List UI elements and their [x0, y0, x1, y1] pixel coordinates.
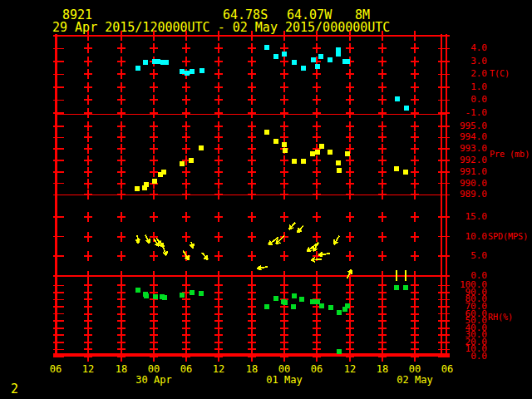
pressure-point — [264, 130, 269, 135]
y-tick-label: 5.0 — [446, 251, 487, 260]
relative_humidity-point — [144, 293, 149, 298]
pressure-point — [135, 186, 140, 191]
wind-arrow-head — [307, 250, 311, 251]
y-tick-label: 10.0 — [446, 232, 487, 241]
relative_humidity-point — [190, 290, 195, 295]
wind-arrow-head — [268, 244, 273, 245]
temperature-point — [292, 60, 297, 65]
x-tick-label: 06 — [435, 364, 460, 374]
x-tick-label: 00 — [272, 364, 297, 374]
wind-arrow-head — [258, 268, 262, 270]
temperature-point — [185, 71, 190, 76]
temperature-point — [273, 54, 278, 59]
relative_humidity-point — [162, 295, 167, 300]
y-tick-label: 0.0 — [446, 95, 487, 104]
temperature-point — [180, 69, 185, 74]
x-tick-label: 18 — [239, 364, 264, 374]
pressure-point — [394, 166, 399, 171]
temperature-point — [264, 45, 269, 50]
relative_humidity-point — [345, 303, 350, 308]
y-axis-unit-label: RH(%) — [488, 313, 513, 322]
temperature-point — [282, 52, 287, 57]
relative_humidity-point — [328, 305, 333, 310]
temperature-point — [200, 68, 204, 73]
relative_humidity-point — [264, 304, 269, 309]
y-tick-label: 995.0 — [446, 121, 487, 131]
y-tick-label: 992.0 — [446, 155, 487, 165]
pressure-point — [152, 179, 157, 184]
pressure-point — [315, 150, 320, 155]
pressure-point — [282, 142, 287, 147]
pressure-point — [144, 182, 149, 187]
wind-arrow-head — [207, 255, 208, 259]
pressure-point — [403, 170, 408, 175]
pressure-point — [292, 159, 297, 164]
temperature-point — [164, 60, 169, 65]
relative_humidity-point — [291, 304, 296, 309]
pressure-point — [301, 159, 306, 164]
y-tick-label: 1.0 — [446, 82, 487, 91]
pressure-point — [319, 144, 324, 149]
relative_humidity-point — [337, 310, 342, 315]
pressure-point — [283, 148, 288, 153]
y-tick-label: 4.0 — [446, 43, 487, 52]
y-tick-label: 993.0 — [446, 144, 487, 153]
relative_humidity-point — [337, 349, 342, 354]
pressure-point — [310, 151, 315, 156]
x-tick-label: 06 — [304, 364, 329, 374]
relative_humidity-point — [292, 293, 297, 298]
pressure-point — [345, 151, 350, 156]
temperature-point — [404, 106, 409, 111]
page-number: 2 — [11, 382, 18, 397]
temperature-point — [190, 69, 195, 74]
y-tick-label: 15.0 — [446, 212, 487, 221]
relative_humidity-point — [403, 285, 408, 290]
pressure-point — [336, 160, 341, 165]
meteogram-window: 8921 64.78S 64.07W 8M 29 Apr 2015/120000… — [0, 0, 532, 399]
pressure-point — [273, 139, 278, 144]
temperature-point — [328, 57, 332, 62]
x-tick-label: 12 — [337, 364, 362, 374]
y-axis-unit-label: T(C) — [490, 70, 510, 78]
y-tick-label: -1.0 — [446, 108, 487, 117]
x-tick-label: 12 — [76, 364, 101, 374]
relative_humidity-point — [299, 297, 304, 302]
temperature-point — [315, 64, 320, 69]
temperature-point — [345, 59, 350, 64]
temperature-point — [301, 66, 306, 71]
temperature-point — [336, 52, 341, 57]
x-tick-label: 12 — [206, 364, 231, 374]
temperature-point — [135, 66, 140, 71]
relative_humidity-point — [135, 288, 140, 293]
relative_humidity-point — [310, 299, 315, 304]
relative_humidity-point — [153, 294, 158, 299]
temperature-point — [395, 96, 400, 101]
y-axis-unit-label: SPD(MPS) — [488, 233, 528, 241]
y-tick-label: 994.0 — [446, 132, 487, 141]
relative_humidity-point — [180, 293, 185, 298]
pressure-point — [337, 168, 342, 173]
x-tick-label: 06 — [43, 364, 68, 374]
x-tick-label: 18 — [109, 364, 134, 374]
relative_humidity-point — [273, 296, 278, 301]
pressure-point — [189, 158, 194, 163]
y-tick-label: 0.0 — [446, 352, 487, 361]
y-tick-label: 2.0 — [446, 69, 487, 78]
x-tick-label: 18 — [370, 364, 395, 374]
relative_humidity-point — [315, 299, 320, 304]
pressure-point — [180, 161, 185, 166]
date-label: 30 Apr — [129, 375, 179, 385]
relative_humidity-point — [394, 285, 399, 290]
y-tick-label: 990.0 — [446, 179, 487, 188]
pressure-point — [199, 145, 204, 150]
temperature-point — [155, 59, 160, 64]
y-tick-label: 989.0 — [446, 190, 487, 199]
temperature-point — [311, 57, 316, 62]
relative_humidity-point — [283, 300, 288, 305]
relative_humidity-point — [199, 291, 204, 296]
x-tick-label: 00 — [141, 364, 166, 374]
date-label: 01 May — [259, 375, 309, 385]
temperature-point — [318, 54, 323, 59]
relative_humidity-point — [319, 303, 324, 308]
y-axis-unit-label: Pre (mb) — [490, 150, 530, 159]
